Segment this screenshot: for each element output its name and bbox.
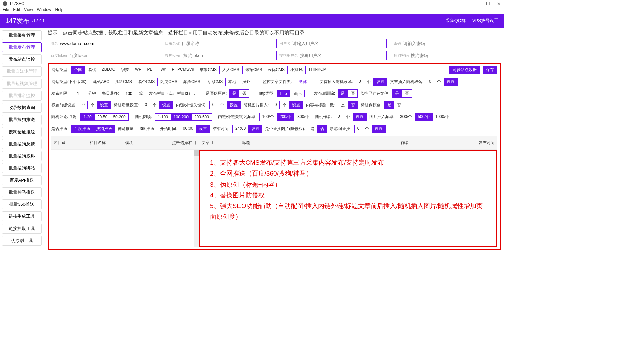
sitetypes-opt[interactable]: 米拓CMS [243, 66, 265, 74]
sitetypesnext-opt[interactable]: 易企CMS [135, 78, 158, 86]
sitetypes-opt[interactable]: 小旋风 [288, 66, 306, 74]
sgtoken-input[interactable] [183, 53, 269, 58]
linkfreqopts-opt[interactable]: 200/个 [277, 113, 294, 121]
perday-input[interactable] [122, 90, 136, 97]
minimize-icon[interactable]: — [475, 1, 479, 6]
set-start[interactable]: 设置 [196, 125, 210, 133]
sitetypes-opt[interactable]: PHPCMSV9 [169, 66, 197, 74]
set-tailrand[interactable]: 设置 [444, 78, 458, 86]
sitetypes-opt[interactable]: 织梦 [118, 66, 132, 74]
sidebar-item[interactable]: 伪原创工具 [2, 236, 42, 246]
readopts-opt[interactable]: 200-500 [192, 113, 212, 121]
menu-edit[interactable]: Edit [13, 7, 20, 14]
commentopts-opt[interactable]: 50-200 [110, 113, 128, 121]
menu-window[interactable]: Window [37, 7, 51, 14]
sitetypesnext-opt[interactable]: 海洋CMS [180, 78, 203, 86]
domain-input[interactable] [60, 41, 155, 46]
linkfreqopts-opt[interactable]: 100/个 [259, 113, 277, 121]
menu-file[interactable]: File [3, 7, 9, 14]
sitetypes-opt[interactable]: 人人CMS [220, 66, 243, 74]
dir-field[interactable]: 目录名称 [162, 39, 272, 48]
exist-no[interactable]: 否 [402, 89, 412, 98]
sidebar-item[interactable]: 收录数据查询 [2, 103, 42, 113]
sidebar-item[interactable]: 批量搜狗推送 [2, 115, 42, 125]
pseudo-no[interactable]: 否 [239, 89, 249, 98]
save-button[interactable]: 保存 [483, 66, 497, 74]
pushopts-opt[interactable]: 百度推送 [71, 125, 93, 133]
linkfreqopts-opt[interactable]: 300/个 [294, 113, 312, 121]
sitetypes-opt[interactable]: THINKCMF [306, 66, 332, 74]
close-icon[interactable]: ✕ [497, 1, 501, 6]
dir-input[interactable] [182, 41, 269, 46]
sitetypes-opt[interactable]: 易优 [85, 66, 99, 74]
imgfreqopts-opt[interactable]: 300/个 [397, 113, 415, 121]
imgfreqopts-opt[interactable]: 500/个 [415, 113, 432, 121]
repl-yes[interactable]: 是 [308, 125, 318, 133]
sitetypesnext-opt[interactable]: 建站ABC [90, 78, 112, 86]
sidebar-item[interactable]: 批量发布管理 [2, 42, 42, 52]
scroll-thumb[interactable] [194, 150, 199, 156]
sidebar-item[interactable]: 链接生成工具 [2, 211, 42, 221]
set-linkkw[interactable]: 设置 [227, 101, 241, 109]
header-link-vps[interactable]: VPS拨号设置 [472, 18, 498, 24]
sitetypes-opt[interactable]: 云优CMS [265, 66, 288, 74]
sidebar-item[interactable]: 批量搜狗绑站 [2, 163, 42, 173]
sidebar-item[interactable]: 批量排名监控 [2, 91, 42, 101]
set-titlesuf[interactable]: 设置 [160, 101, 173, 109]
bdtoken-field[interactable]: 百度token [48, 51, 158, 60]
bdtoken-input[interactable] [69, 53, 155, 58]
sidebar-item[interactable]: 批量短视频管理 [2, 79, 42, 89]
same-no[interactable]: 否 [348, 101, 358, 109]
sitetypesnext-opt[interactable]: 飞飞CMS [203, 78, 226, 86]
pass-field[interactable]: 密码 [391, 39, 501, 48]
pseudo-yes[interactable]: 是 [229, 89, 239, 98]
sitetypes-opt[interactable]: PB [144, 66, 155, 74]
sync-button[interactable]: 同步站点数据 [449, 66, 480, 74]
sitetypesnext-opt[interactable]: 搜外 [239, 78, 253, 86]
user-field[interactable]: 用户名 [276, 39, 387, 48]
sitetypesnext-opt[interactable]: 凡科CMS [112, 78, 135, 86]
interval-input[interactable] [71, 90, 85, 97]
readopts-opt[interactable]: 100-200 [171, 113, 192, 121]
sgpass-field[interactable]: 搜狗密码 [391, 51, 501, 60]
header-link-qq[interactable]: 采集QQ群 [446, 18, 466, 24]
https-opt[interactable]: https [290, 90, 305, 97]
exist-yes[interactable]: 是 [392, 89, 402, 98]
set-sens[interactable]: 设置 [372, 125, 386, 133]
set-titlepre[interactable]: 设置 [97, 101, 111, 109]
domain-field[interactable]: 域名 [48, 39, 158, 48]
commentopts-opt[interactable]: 1-20 [80, 113, 95, 121]
menu-help[interactable]: Help [55, 7, 64, 14]
sitetypes-opt[interactable]: WP [132, 66, 144, 74]
set-end[interactable]: 设置 [249, 125, 262, 133]
del-no[interactable]: 否 [348, 89, 358, 98]
sgtoken-field[interactable]: 搜狗token [162, 51, 272, 60]
sitetypes-opt[interactable]: 帝国 [71, 66, 85, 74]
sidebar-item[interactable]: 百度API推送 [2, 175, 42, 185]
sitetypesnext-opt[interactable]: 闪灵CMS [158, 78, 180, 86]
sidebar-item[interactable]: 发布站点监控 [2, 54, 42, 64]
tp-no[interactable]: 否 [394, 101, 404, 109]
readopts-opt[interactable]: 1-100 [155, 113, 171, 121]
pushopts-opt[interactable]: 神马推送 [115, 125, 137, 133]
imgfreqopts-opt[interactable]: 1000/个 [433, 113, 452, 121]
sitetypes-opt[interactable]: 苹果CMS [197, 66, 220, 74]
set-randimg[interactable]: 设置 [289, 101, 303, 109]
menu-view[interactable]: View [24, 7, 33, 14]
pass-input[interactable] [403, 41, 498, 46]
sitetypes-opt[interactable]: ZBLOG [99, 66, 118, 74]
del-yes[interactable]: 是 [338, 89, 348, 98]
user-input[interactable] [292, 41, 384, 46]
sitetypesnext-opt[interactable]: 本地 [226, 78, 239, 86]
same-yes[interactable]: 是 [338, 101, 348, 109]
set-randauthor[interactable]: 设置 [353, 113, 367, 121]
pushopts-opt[interactable]: 360推送 [137, 125, 157, 133]
maximize-icon[interactable]: ☐ [486, 1, 490, 6]
sguser-input[interactable] [300, 53, 384, 58]
sidebar-item[interactable]: 批量搜狗反馈 [2, 139, 42, 149]
pushopts-opt[interactable]: 搜狗推送 [93, 125, 115, 133]
sidebar-item[interactable]: 批量神马推送 [2, 187, 42, 197]
commentopts-opt[interactable]: 20-50 [95, 113, 111, 121]
sidebar-item[interactable]: 批量采集管理 [2, 30, 42, 40]
sidebar-item[interactable]: 批量自媒体管理 [2, 66, 42, 77]
